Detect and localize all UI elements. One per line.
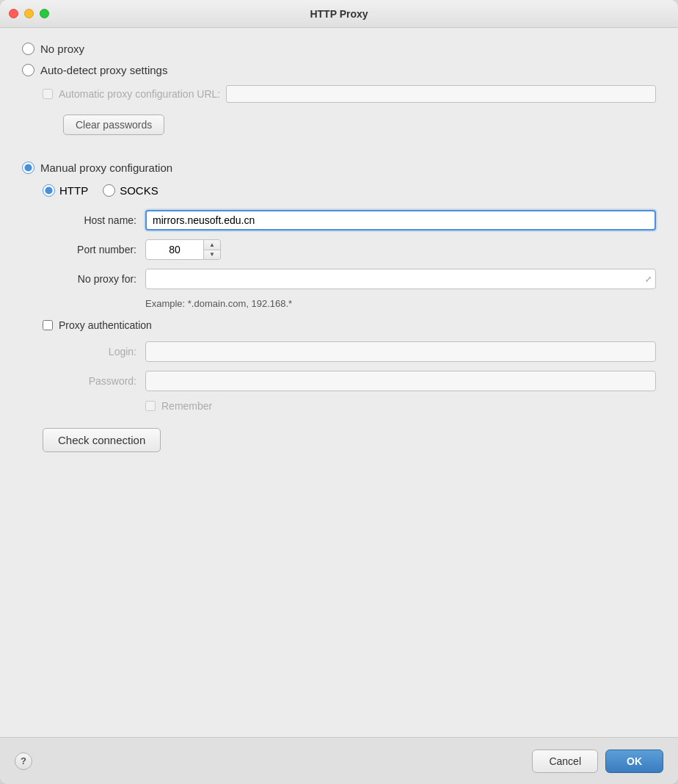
auto-detect-row: Auto-detect proxy settings [22, 64, 656, 76]
login-input[interactable] [145, 341, 656, 362]
socks-protocol-option: SOCKS [103, 184, 158, 197]
manual-proxy-label: Manual proxy configuration [40, 161, 172, 174]
password-label: Password: [43, 375, 145, 387]
window-title: HTTP Proxy [310, 8, 368, 20]
proxy-auth-checkbox[interactable] [43, 320, 53, 330]
http-label: HTTP [59, 184, 88, 197]
auto-detect-label: Auto-detect proxy settings [40, 64, 167, 76]
footer-buttons: Cancel OK [532, 749, 663, 773]
http-protocol-option: HTTP [43, 184, 88, 197]
remember-row: Remember [145, 400, 656, 412]
no-proxy-row: No proxy [22, 43, 656, 55]
no-proxy-label: No proxy [40, 43, 84, 55]
remember-checkbox[interactable] [145, 401, 156, 411]
port-spinner: ▲ ▼ [204, 239, 221, 260]
no-proxy-radio[interactable] [22, 43, 34, 55]
clear-passwords-button[interactable]: Clear passwords [63, 115, 164, 135]
check-connection-container: Check connection [22, 428, 656, 467]
password-row: Password: [43, 371, 656, 391]
dialog-window: HTTP Proxy No proxy Auto-detect proxy se… [0, 0, 678, 784]
auto-proxy-config-input[interactable] [226, 85, 656, 103]
login-row: Login: [43, 341, 656, 362]
login-label: Login: [43, 346, 145, 357]
proxy-auth-label: Proxy authentication [59, 319, 152, 331]
port-number-input[interactable] [145, 239, 204, 260]
manual-proxy-row: Manual proxy configuration [22, 161, 656, 174]
auto-proxy-config-checkbox[interactable] [43, 89, 53, 99]
host-name-label: Host name: [43, 214, 145, 226]
no-proxy-for-container: ⤢ [145, 269, 656, 289]
host-name-input[interactable] [145, 210, 656, 231]
protocol-row: HTTP SOCKS [43, 184, 656, 197]
port-increment-button[interactable]: ▲ [204, 240, 220, 250]
traffic-lights [9, 9, 49, 18]
ok-button[interactable]: OK [605, 749, 663, 773]
dialog-content: No proxy Auto-detect proxy settings Auto… [0, 28, 678, 737]
cancel-button[interactable]: Cancel [532, 749, 598, 773]
proxy-auth-row: Proxy authentication [43, 319, 656, 331]
port-container: ▲ ▼ [145, 239, 221, 260]
help-button[interactable]: ? [15, 752, 32, 770]
socks-radio[interactable] [103, 184, 115, 197]
http-radio[interactable] [43, 184, 55, 197]
port-number-label: Port number: [43, 244, 145, 255]
minimize-button[interactable] [24, 9, 34, 18]
auto-proxy-config-label: Automatic proxy configuration URL: [59, 88, 220, 100]
manual-proxy-radio[interactable] [22, 161, 34, 174]
check-connection-button[interactable]: Check connection [43, 428, 161, 452]
no-proxy-for-label: No proxy for: [43, 273, 145, 285]
no-proxy-for-input[interactable] [145, 269, 656, 289]
password-input[interactable] [145, 371, 656, 391]
auto-proxy-config-row: Automatic proxy configuration URL: [43, 85, 656, 103]
example-text: Example: *.domain.com, 192.168.* [145, 298, 656, 309]
socks-label: SOCKS [120, 184, 158, 197]
expand-icon[interactable]: ⤢ [645, 275, 652, 284]
port-number-row: Port number: ▲ ▼ [43, 239, 656, 260]
title-bar: HTTP Proxy [0, 0, 678, 28]
remember-label: Remember [161, 400, 212, 412]
dialog-footer: ? Cancel OK [0, 737, 678, 784]
auto-detect-radio[interactable] [22, 64, 34, 76]
port-decrement-button[interactable]: ▼ [204, 250, 220, 260]
maximize-button[interactable] [40, 9, 49, 18]
no-proxy-for-row: No proxy for: ⤢ [43, 269, 656, 289]
close-button[interactable] [9, 9, 18, 18]
host-name-row: Host name: [43, 210, 656, 231]
